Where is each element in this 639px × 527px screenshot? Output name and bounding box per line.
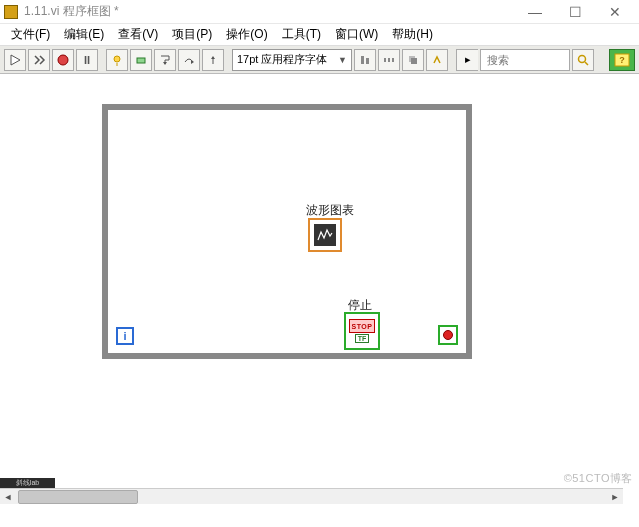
- svg-marker-7: [211, 56, 215, 59]
- reorder-button[interactable]: [402, 49, 424, 71]
- align-button[interactable]: [354, 49, 376, 71]
- iteration-terminal[interactable]: i: [116, 327, 134, 345]
- titlebar: 1.11.vi 程序框图 * — ☐ ✕: [0, 0, 639, 24]
- distribute-button[interactable]: [378, 49, 400, 71]
- search-button[interactable]: [572, 49, 594, 71]
- menu-file[interactable]: 文件(F): [4, 26, 57, 43]
- app-icon: [4, 5, 18, 19]
- minimize-button[interactable]: —: [515, 0, 555, 24]
- close-button[interactable]: ✕: [595, 0, 635, 24]
- waveform-chart-icon: [314, 224, 336, 246]
- block-diagram-canvas[interactable]: 波形图表 停止 STOP TF i 斜线lab ◄ ► ©51CTO博客: [0, 74, 639, 504]
- menu-operate[interactable]: 操作(O): [219, 26, 274, 43]
- scroll-left-arrow-icon[interactable]: ◄: [0, 489, 16, 505]
- svg-rect-8: [361, 56, 364, 64]
- svg-point-1: [58, 55, 68, 65]
- cleanup-button[interactable]: [426, 49, 448, 71]
- watermark-text: ©51CTO博客: [564, 471, 633, 486]
- svg-marker-5: [163, 62, 167, 65]
- menu-view[interactable]: 查看(V): [111, 26, 165, 43]
- step-out-button[interactable]: [202, 49, 224, 71]
- svg-rect-9: [366, 58, 369, 64]
- svg-point-2: [114, 56, 120, 62]
- loop-condition-terminal[interactable]: [438, 325, 458, 345]
- menu-edit[interactable]: 编辑(E): [57, 26, 111, 43]
- font-selector[interactable]: 17pt 应用程序字体 ▼: [232, 49, 352, 71]
- menubar: 文件(F) 编辑(E) 查看(V) 项目(P) 操作(O) 工具(T) 窗口(W…: [0, 24, 639, 46]
- window-title: 1.11.vi 程序框图 *: [24, 3, 119, 20]
- search-input[interactable]: [485, 53, 555, 67]
- maximize-button[interactable]: ☐: [555, 0, 595, 24]
- taskbar-fragment: 斜线lab: [0, 478, 55, 488]
- search-trigger-icon[interactable]: ▸: [456, 49, 478, 71]
- svg-rect-10: [384, 58, 386, 62]
- dropdown-arrow-icon: ▼: [338, 55, 347, 65]
- menu-window[interactable]: 窗口(W): [328, 26, 385, 43]
- font-label: 17pt 应用程序字体: [237, 52, 327, 67]
- menu-project[interactable]: 项目(P): [165, 26, 219, 43]
- stop-button-terminal[interactable]: STOP TF: [344, 312, 380, 350]
- search-box[interactable]: [480, 49, 570, 71]
- horizontal-scrollbar[interactable]: ◄ ►: [0, 488, 623, 504]
- abort-button[interactable]: [52, 49, 74, 71]
- svg-rect-14: [411, 58, 417, 64]
- retain-wire-button[interactable]: [130, 49, 152, 71]
- svg-marker-0: [11, 55, 20, 65]
- step-over-button[interactable]: [178, 49, 200, 71]
- svg-line-16: [585, 62, 588, 65]
- while-loop-structure[interactable]: 波形图表 停止 STOP TF i: [102, 104, 472, 359]
- waveform-chart-terminal[interactable]: [308, 218, 342, 252]
- run-button[interactable]: [4, 49, 26, 71]
- toolbar: II 17pt 应用程序字体 ▼ ▸ ?: [0, 46, 639, 74]
- svg-rect-4: [137, 58, 145, 63]
- waveform-chart-label: 波形图表: [306, 202, 354, 219]
- scroll-right-arrow-icon[interactable]: ►: [607, 489, 623, 505]
- menu-tools[interactable]: 工具(T): [275, 26, 328, 43]
- step-into-button[interactable]: [154, 49, 176, 71]
- stop-icon: STOP: [349, 319, 375, 333]
- run-continuous-button[interactable]: [28, 49, 50, 71]
- svg-text:?: ?: [619, 55, 625, 65]
- context-help-button[interactable]: ?: [609, 49, 635, 71]
- highlight-exec-button[interactable]: [106, 49, 128, 71]
- scrollbar-thumb[interactable]: [18, 490, 138, 504]
- svg-point-15: [579, 55, 586, 62]
- svg-rect-12: [392, 58, 394, 62]
- svg-rect-11: [388, 58, 390, 62]
- stop-if-true-icon: [443, 330, 453, 340]
- menu-help[interactable]: 帮助(H): [385, 26, 440, 43]
- pause-button[interactable]: II: [76, 49, 98, 71]
- boolean-tf-badge: TF: [355, 334, 370, 343]
